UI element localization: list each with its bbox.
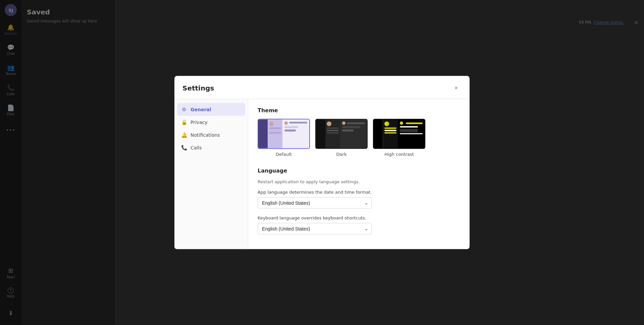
theme-hc-label: High contrast [373,152,425,157]
nav-item-notifications[interactable]: 🔔 Notifications [177,129,245,141]
theme-section-title: Theme [258,107,460,114]
app-language-select-wrapper: English (United States) ⌄ [258,197,372,209]
keyboard-language-select-wrapper: English (United States) ⌄ [258,223,372,235]
settings-dialog: Settings × ⚙ General 🔒 Privacy 🔔 Notific… [174,76,470,249]
dialog-header: Settings × [174,76,470,99]
settings-nav: ⚙ General 🔒 Privacy 🔔 Notifications 📞 Ca… [174,99,248,249]
dialog-title: Settings [182,84,214,92]
nav-item-label: General [191,107,211,112]
theme-preview-dark [315,119,368,149]
nav-item-label: Privacy [191,120,208,125]
gear-icon: ⚙ [181,107,187,113]
theme-preview-hc [373,119,425,149]
theme-dark-label: Dark [315,152,368,157]
app-language-select[interactable]: English (United States) [258,197,372,209]
language-section-title: Language [258,168,460,174]
settings-content: Theme [248,99,470,249]
phone-icon: 📞 [181,145,187,151]
dialog-body: ⚙ General 🔒 Privacy 🔔 Notifications 📞 Ca… [174,99,470,249]
theme-card-default[interactable]: Default [258,119,310,157]
keyboard-language-select[interactable]: English (United States) [258,223,372,235]
nav-item-general[interactable]: ⚙ General [177,103,245,116]
nav-item-label: Calls [191,145,202,150]
dialog-close-button[interactable]: × [451,83,462,93]
bell-icon: 🔔 [181,132,187,138]
language-restart-note: Restart application to apply language se… [258,179,460,184]
nav-item-label: Notifications [191,132,220,138]
theme-default-label: Default [258,152,310,157]
theme-options: Default [258,119,460,157]
app-language-label: App language determines the date and tim… [258,190,460,195]
lock-icon: 🔒 [181,119,187,125]
nav-item-privacy[interactable]: 🔒 Privacy [177,116,245,129]
theme-preview-default [258,119,310,149]
theme-card-dark[interactable]: Dark [315,119,368,157]
nav-item-calls[interactable]: 📞 Calls [177,141,245,154]
keyboard-language-label: Keyboard language overrides keyboard sho… [258,215,460,220]
theme-card-high-contrast[interactable]: High contrast [373,119,425,157]
